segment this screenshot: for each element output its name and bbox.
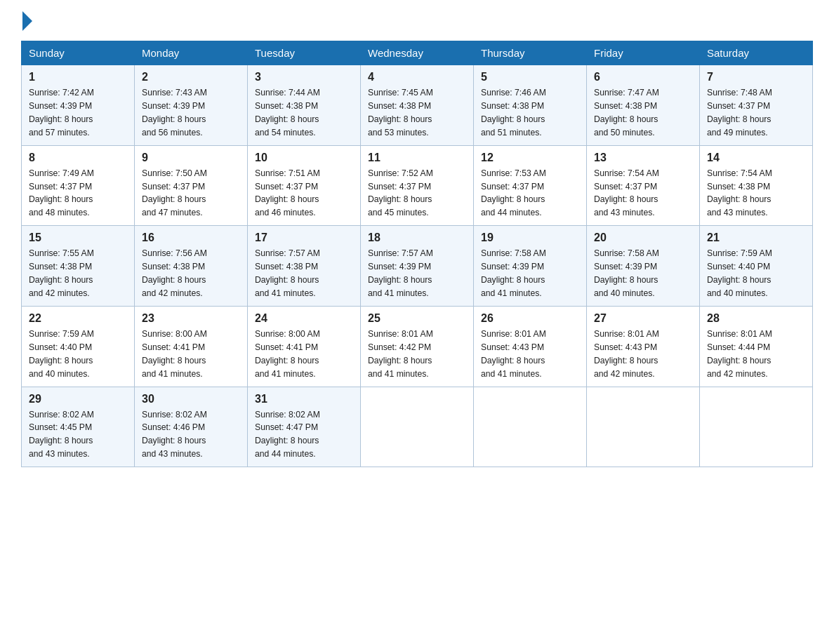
calendar-cell: 15 Sunrise: 7:55 AM Sunset: 4:38 PM Dayl… bbox=[22, 226, 135, 307]
weekday-header-wednesday: Wednesday bbox=[361, 41, 474, 65]
day-info: Sunrise: 7:42 AM Sunset: 4:39 PM Dayligh… bbox=[29, 86, 127, 140]
weekday-header-monday: Monday bbox=[135, 41, 248, 65]
weekday-header-sunday: Sunday bbox=[22, 41, 135, 65]
day-info: Sunrise: 8:00 AM Sunset: 4:41 PM Dayligh… bbox=[255, 328, 353, 381]
calendar-cell: 22 Sunrise: 7:59 AM Sunset: 4:40 PM Dayl… bbox=[22, 306, 135, 387]
day-info: Sunrise: 7:44 AM Sunset: 4:38 PM Dayligh… bbox=[255, 86, 353, 140]
calendar-cell: 8 Sunrise: 7:49 AM Sunset: 4:37 PM Dayli… bbox=[22, 145, 135, 226]
calendar-cell: 13 Sunrise: 7:54 AM Sunset: 4:37 PM Dayl… bbox=[587, 145, 700, 226]
day-info: Sunrise: 7:45 AM Sunset: 4:38 PM Dayligh… bbox=[368, 86, 466, 140]
calendar-cell bbox=[587, 387, 700, 467]
day-info: Sunrise: 8:00 AM Sunset: 4:41 PM Dayligh… bbox=[142, 328, 240, 381]
day-number: 13 bbox=[594, 152, 692, 164]
day-number: 5 bbox=[481, 71, 579, 83]
day-number: 12 bbox=[481, 152, 579, 164]
day-info: Sunrise: 7:54 AM Sunset: 4:38 PM Dayligh… bbox=[707, 167, 805, 220]
calendar-cell: 2 Sunrise: 7:43 AM Sunset: 4:39 PM Dayli… bbox=[135, 65, 248, 146]
day-info: Sunrise: 8:02 AM Sunset: 4:47 PM Dayligh… bbox=[255, 408, 353, 462]
day-info: Sunrise: 8:01 AM Sunset: 4:42 PM Dayligh… bbox=[368, 328, 466, 381]
day-info: Sunrise: 8:01 AM Sunset: 4:43 PM Dayligh… bbox=[481, 328, 579, 381]
day-info: Sunrise: 7:58 AM Sunset: 4:39 PM Dayligh… bbox=[481, 247, 579, 300]
page-header bbox=[21, 14, 813, 28]
calendar-week-row: 8 Sunrise: 7:49 AM Sunset: 4:37 PM Dayli… bbox=[22, 145, 813, 226]
day-number: 31 bbox=[255, 393, 353, 405]
day-number: 17 bbox=[255, 232, 353, 244]
calendar-cell: 20 Sunrise: 7:58 AM Sunset: 4:39 PM Dayl… bbox=[587, 226, 700, 307]
calendar-cell: 27 Sunrise: 8:01 AM Sunset: 4:43 PM Dayl… bbox=[587, 306, 700, 387]
day-number: 11 bbox=[368, 152, 466, 164]
day-number: 8 bbox=[29, 152, 127, 164]
logo bbox=[21, 14, 32, 28]
day-info: Sunrise: 7:47 AM Sunset: 4:38 PM Dayligh… bbox=[594, 86, 692, 140]
weekday-header-tuesday: Tuesday bbox=[248, 41, 361, 65]
calendar-cell: 10 Sunrise: 7:51 AM Sunset: 4:37 PM Dayl… bbox=[248, 145, 361, 226]
calendar-cell: 28 Sunrise: 8:01 AM Sunset: 4:44 PM Dayl… bbox=[700, 306, 813, 387]
logo-arrow-icon bbox=[22, 11, 32, 31]
calendar-cell bbox=[474, 387, 587, 467]
day-number: 7 bbox=[707, 71, 805, 83]
calendar-week-row: 15 Sunrise: 7:55 AM Sunset: 4:38 PM Dayl… bbox=[22, 226, 813, 307]
weekday-header-row: SundayMondayTuesdayWednesdayThursdayFrid… bbox=[22, 41, 813, 65]
calendar-cell: 11 Sunrise: 7:52 AM Sunset: 4:37 PM Dayl… bbox=[361, 145, 474, 226]
calendar-cell: 5 Sunrise: 7:46 AM Sunset: 4:38 PM Dayli… bbox=[474, 65, 587, 146]
day-number: 25 bbox=[368, 312, 466, 325]
day-info: Sunrise: 8:01 AM Sunset: 4:43 PM Dayligh… bbox=[594, 328, 692, 381]
calendar-cell: 31 Sunrise: 8:02 AM Sunset: 4:47 PM Dayl… bbox=[248, 387, 361, 467]
day-info: Sunrise: 7:48 AM Sunset: 4:37 PM Dayligh… bbox=[707, 86, 805, 140]
day-number: 26 bbox=[481, 312, 579, 325]
day-info: Sunrise: 7:43 AM Sunset: 4:39 PM Dayligh… bbox=[142, 86, 240, 140]
day-number: 18 bbox=[368, 232, 466, 244]
calendar-cell: 17 Sunrise: 7:57 AM Sunset: 4:38 PM Dayl… bbox=[248, 226, 361, 307]
day-number: 19 bbox=[481, 232, 579, 244]
day-number: 15 bbox=[29, 232, 127, 244]
day-number: 27 bbox=[594, 312, 692, 325]
day-number: 16 bbox=[142, 232, 240, 244]
day-info: Sunrise: 7:55 AM Sunset: 4:38 PM Dayligh… bbox=[29, 247, 127, 300]
day-info: Sunrise: 7:54 AM Sunset: 4:37 PM Dayligh… bbox=[594, 167, 692, 220]
calendar-cell: 23 Sunrise: 8:00 AM Sunset: 4:41 PM Dayl… bbox=[135, 306, 248, 387]
calendar-cell: 29 Sunrise: 8:02 AM Sunset: 4:45 PM Dayl… bbox=[22, 387, 135, 467]
calendar-cell: 24 Sunrise: 8:00 AM Sunset: 4:41 PM Dayl… bbox=[248, 306, 361, 387]
weekday-header-friday: Friday bbox=[587, 41, 700, 65]
day-info: Sunrise: 8:02 AM Sunset: 4:45 PM Dayligh… bbox=[29, 408, 127, 462]
day-number: 23 bbox=[142, 312, 240, 325]
calendar-table: SundayMondayTuesdayWednesdayThursdayFrid… bbox=[21, 41, 813, 467]
day-number: 10 bbox=[255, 152, 353, 164]
day-info: Sunrise: 7:59 AM Sunset: 4:40 PM Dayligh… bbox=[707, 247, 805, 300]
day-info: Sunrise: 7:52 AM Sunset: 4:37 PM Dayligh… bbox=[368, 167, 466, 220]
weekday-header-thursday: Thursday bbox=[474, 41, 587, 65]
day-number: 30 bbox=[142, 393, 240, 405]
calendar-cell: 4 Sunrise: 7:45 AM Sunset: 4:38 PM Dayli… bbox=[361, 65, 474, 146]
calendar-cell: 19 Sunrise: 7:58 AM Sunset: 4:39 PM Dayl… bbox=[474, 226, 587, 307]
calendar-cell: 25 Sunrise: 8:01 AM Sunset: 4:42 PM Dayl… bbox=[361, 306, 474, 387]
day-number: 28 bbox=[707, 312, 805, 325]
day-number: 6 bbox=[594, 71, 692, 83]
day-info: Sunrise: 7:56 AM Sunset: 4:38 PM Dayligh… bbox=[142, 247, 240, 300]
day-info: Sunrise: 7:50 AM Sunset: 4:37 PM Dayligh… bbox=[142, 167, 240, 220]
calendar-cell: 9 Sunrise: 7:50 AM Sunset: 4:37 PM Dayli… bbox=[135, 145, 248, 226]
day-info: Sunrise: 7:53 AM Sunset: 4:37 PM Dayligh… bbox=[481, 167, 579, 220]
day-number: 21 bbox=[707, 232, 805, 244]
day-info: Sunrise: 7:59 AM Sunset: 4:40 PM Dayligh… bbox=[29, 328, 127, 381]
calendar-cell: 30 Sunrise: 8:02 AM Sunset: 4:46 PM Dayl… bbox=[135, 387, 248, 467]
calendar-week-row: 22 Sunrise: 7:59 AM Sunset: 4:40 PM Dayl… bbox=[22, 306, 813, 387]
calendar-cell: 18 Sunrise: 7:57 AM Sunset: 4:39 PM Dayl… bbox=[361, 226, 474, 307]
calendar-cell: 12 Sunrise: 7:53 AM Sunset: 4:37 PM Dayl… bbox=[474, 145, 587, 226]
day-info: Sunrise: 7:57 AM Sunset: 4:38 PM Dayligh… bbox=[255, 247, 353, 300]
day-number: 2 bbox=[142, 71, 240, 83]
calendar-cell: 21 Sunrise: 7:59 AM Sunset: 4:40 PM Dayl… bbox=[700, 226, 813, 307]
calendar-cell bbox=[361, 387, 474, 467]
calendar-cell: 6 Sunrise: 7:47 AM Sunset: 4:38 PM Dayli… bbox=[587, 65, 700, 146]
day-number: 22 bbox=[29, 312, 127, 325]
day-number: 29 bbox=[29, 393, 127, 405]
calendar-cell: 26 Sunrise: 8:01 AM Sunset: 4:43 PM Dayl… bbox=[474, 306, 587, 387]
calendar-cell: 16 Sunrise: 7:56 AM Sunset: 4:38 PM Dayl… bbox=[135, 226, 248, 307]
day-number: 9 bbox=[142, 152, 240, 164]
calendar-cell: 7 Sunrise: 7:48 AM Sunset: 4:37 PM Dayli… bbox=[700, 65, 813, 146]
day-info: Sunrise: 7:49 AM Sunset: 4:37 PM Dayligh… bbox=[29, 167, 127, 220]
day-info: Sunrise: 7:57 AM Sunset: 4:39 PM Dayligh… bbox=[368, 247, 466, 300]
calendar-cell: 1 Sunrise: 7:42 AM Sunset: 4:39 PM Dayli… bbox=[22, 65, 135, 146]
day-number: 3 bbox=[255, 71, 353, 83]
day-number: 24 bbox=[255, 312, 353, 325]
calendar-cell: 3 Sunrise: 7:44 AM Sunset: 4:38 PM Dayli… bbox=[248, 65, 361, 146]
